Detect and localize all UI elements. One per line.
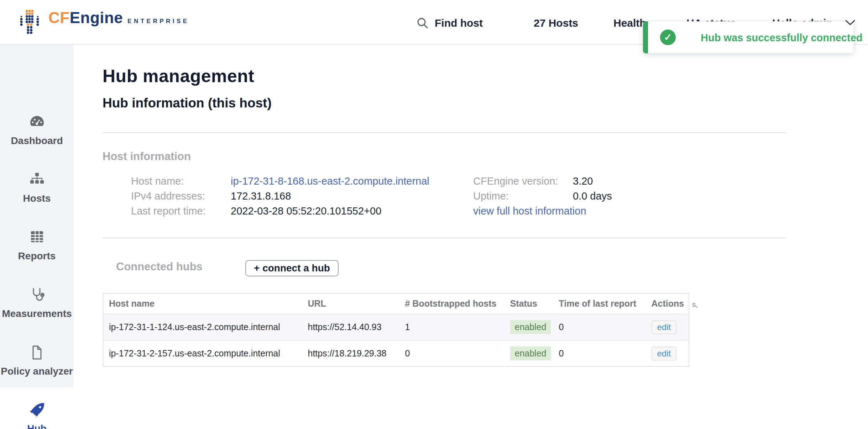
divider — [103, 132, 786, 133]
edit-button[interactable]: edit — [652, 321, 677, 334]
info-value: 0.0 days — [573, 190, 612, 202]
chevron-down-icon[interactable] — [845, 19, 856, 28]
info-value: 2022-03-28 05:52:20.101552+00 — [231, 205, 381, 217]
sidebar-item-hosts[interactable]: Hosts — [0, 171, 74, 205]
col-status: Status — [504, 293, 553, 314]
sidebar-item-measurements[interactable]: Measurements — [0, 287, 74, 321]
brand-cf: CF — [48, 9, 70, 26]
file-icon — [0, 344, 74, 363]
info-value: 172.31.8.168 — [231, 190, 291, 202]
search-icon[interactable] — [416, 16, 429, 31]
info-label: Uptime: — [473, 189, 573, 203]
check-circle-icon: ✓ — [660, 30, 676, 45]
info-row: CFEngine version:3.20 — [473, 174, 612, 189]
stethoscope-icon — [0, 287, 74, 305]
page-title: Hub management — [103, 66, 255, 86]
connect-a-hub-button[interactable]: + connect a hub — [245, 260, 339, 276]
sidebar-item-hub-management[interactable]: Hub management — [0, 387, 74, 429]
col-time-of-last-report: Time of last report — [553, 293, 646, 314]
nav-health[interactable]: Health — [613, 17, 646, 29]
sitemap-icon — [0, 171, 74, 190]
table-row: ip-172-31-2-157.us-east-2.compute.intern… — [103, 340, 689, 367]
sidebar-label: Hub management — [0, 422, 74, 429]
sidebar-label: Dashboard — [0, 134, 74, 148]
status-badge: enabled — [510, 320, 551, 334]
table-row: ip-172-31-1-124.us-east-2.compute.intern… — [103, 314, 689, 340]
cell-status: enabled — [504, 340, 553, 367]
cell-bootstrapped: 0 — [399, 340, 504, 367]
cell-actions: edit — [646, 314, 689, 340]
host-information-title: Host information — [103, 150, 191, 163]
divider — [103, 238, 786, 238]
nav-hosts-count[interactable]: 27 Hosts — [534, 17, 578, 29]
sidebar: Dashboard Hosts — [0, 44, 74, 429]
gauge-icon — [0, 114, 74, 132]
connected-hubs-title: Connected hubs — [116, 260, 203, 273]
col-bootstrapped-hosts: # Bootstrapped hosts — [399, 293, 504, 314]
stray-text: s, — [692, 300, 698, 309]
info-value: 3.20 — [573, 175, 593, 187]
rocket-icon — [0, 402, 74, 420]
table-icon — [0, 229, 74, 248]
host-name-link[interactable]: ip-172-31-8-168.us-east-2.compute.intern… — [231, 175, 429, 187]
logo-text: CFEngine ENTERPRISE — [48, 9, 189, 26]
table-header-row: Host name URL # Bootstrapped hosts Statu… — [103, 293, 689, 314]
cell-host-name: ip-172-31-1-124.us-east-2.compute.intern… — [103, 314, 302, 340]
app-root: CFEngine ENTERPRISE Find host 27 Hosts H… — [0, 0, 868, 429]
sidebar-label: Hosts — [0, 192, 74, 205]
info-row: Uptime:0.0 days — [473, 189, 612, 203]
view-full-host-information-link[interactable]: view full host information — [473, 205, 586, 217]
status-badge: enabled — [510, 346, 551, 360]
info-row: IPv4 addresses:172.31.8.168 — [131, 189, 429, 203]
info-row: Host name:ip-172-31-8-168.us-east-2.comp… — [131, 174, 429, 189]
page-subtitle: Hub information (this host) — [103, 95, 272, 111]
cfengine-logo[interactable]: CFEngine ENTERPRISE — [20, 9, 189, 34]
cfengine-logo-icon — [20, 9, 39, 34]
sidebar-item-policy-analyzer[interactable]: Policy analyzer — [0, 344, 74, 378]
col-host-name: Host name — [103, 293, 302, 314]
info-label: Host name: — [131, 174, 231, 189]
sidebar-label: Reports — [0, 249, 74, 263]
find-host-input[interactable]: Find host — [435, 17, 483, 29]
brand-enterprise: ENTERPRISE — [127, 18, 189, 25]
main-content: Hub management Hub information (this hos… — [74, 44, 868, 429]
toast-message: Hub was successfully connected — [701, 32, 862, 44]
connected-hubs-table: Host name URL # Bootstrapped hosts Statu… — [103, 293, 689, 367]
col-actions: Actions — [646, 293, 689, 314]
cell-last-report: 0 — [553, 340, 646, 367]
cell-bootstrapped: 1 — [399, 314, 504, 340]
sidebar-item-reports[interactable]: Reports — [0, 229, 74, 263]
edit-button[interactable]: edit — [652, 347, 677, 360]
cell-host-name: ip-172-31-2-157.us-east-2.compute.intern… — [103, 340, 302, 367]
info-row: view full host information — [473, 203, 612, 218]
toast-success: ✓ Hub was successfully connected — [643, 21, 854, 53]
sidebar-label: Policy analyzer — [0, 365, 74, 378]
host-info-left-column: Host name:ip-172-31-8-168.us-east-2.comp… — [131, 174, 429, 218]
info-row: Last report time:2022-03-28 05:52:20.101… — [131, 203, 429, 218]
cell-url: https://52.14.40.93 — [302, 314, 399, 340]
col-url: URL — [302, 293, 399, 314]
cell-url: https://18.219.29.38 — [302, 340, 399, 367]
brand-engine: Engine — [70, 9, 123, 26]
info-label: IPv4 addresses: — [131, 189, 231, 203]
sidebar-label: Measurements — [0, 307, 74, 321]
cell-last-report: 0 — [553, 314, 646, 340]
info-label: Last report time: — [131, 203, 231, 218]
sidebar-item-dashboard[interactable]: Dashboard — [0, 114, 74, 148]
cell-status: enabled — [504, 314, 553, 340]
info-label: CFEngine version: — [473, 174, 573, 189]
cell-actions: edit — [646, 340, 689, 367]
host-info-right-column: CFEngine version:3.20 Uptime:0.0 days vi… — [473, 174, 612, 218]
